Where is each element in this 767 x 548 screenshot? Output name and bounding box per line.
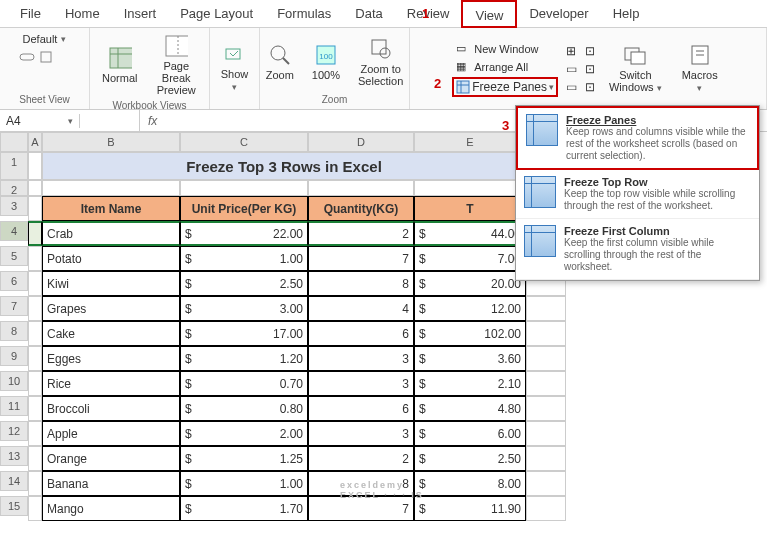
- total-cell[interactable]: $2.50: [414, 446, 526, 471]
- freeze-option-0[interactable]: Freeze PanesKeep rows and columns visibl…: [516, 106, 759, 170]
- cell-a8[interactable]: [28, 321, 42, 346]
- qty-cell[interactable]: 6: [308, 396, 414, 421]
- price-cell[interactable]: $1.00: [180, 246, 308, 271]
- blank[interactable]: [308, 180, 414, 196]
- exit-icon[interactable]: [39, 50, 55, 64]
- cell-f13[interactable]: [526, 446, 566, 471]
- row-header-8[interactable]: 8: [0, 321, 28, 341]
- cell-a3[interactable]: [28, 196, 42, 221]
- total-cell[interactable]: $2.10: [414, 371, 526, 396]
- row-header-10[interactable]: 10: [0, 371, 28, 391]
- price-cell[interactable]: $1.25: [180, 446, 308, 471]
- table-header[interactable]: Quantity(KG): [308, 196, 414, 221]
- cell-f8[interactable]: [526, 321, 566, 346]
- cell-f11[interactable]: [526, 396, 566, 421]
- item-cell[interactable]: Crab: [42, 221, 180, 246]
- total-cell[interactable]: $4.80: [414, 396, 526, 421]
- tab-view[interactable]: View: [461, 0, 517, 28]
- qty-cell[interactable]: 7: [308, 496, 414, 521]
- tab-formulas[interactable]: Formulas: [265, 0, 343, 28]
- freeze-option-2[interactable]: Freeze First ColumnKeep the first column…: [516, 219, 759, 280]
- col-header-A[interactable]: A: [28, 132, 42, 152]
- total-cell[interactable]: $8.00: [414, 471, 526, 496]
- item-cell[interactable]: Apple: [42, 421, 180, 446]
- row-header-2[interactable]: 2: [0, 180, 28, 196]
- show-button[interactable]: Show▾: [215, 40, 255, 95]
- total-cell[interactable]: $11.90: [414, 496, 526, 521]
- qty-cell[interactable]: 2: [308, 221, 414, 246]
- tab-help[interactable]: Help: [601, 0, 652, 28]
- item-cell[interactable]: Mango: [42, 496, 180, 521]
- qty-cell[interactable]: 8: [308, 271, 414, 296]
- row-header-5[interactable]: 5: [0, 246, 28, 266]
- item-cell[interactable]: Rice: [42, 371, 180, 396]
- item-cell[interactable]: Orange: [42, 446, 180, 471]
- total-cell[interactable]: $20.00: [414, 271, 526, 296]
- cell-a13[interactable]: [28, 446, 42, 471]
- reset-icon[interactable]: ⊡: [585, 62, 595, 76]
- qty-cell[interactable]: 6: [308, 321, 414, 346]
- price-cell[interactable]: $1.70: [180, 496, 308, 521]
- price-cell[interactable]: $3.00: [180, 296, 308, 321]
- qty-cell[interactable]: 3: [308, 371, 414, 396]
- item-cell[interactable]: Potato: [42, 246, 180, 271]
- cell-a11[interactable]: [28, 396, 42, 421]
- col-header-E[interactable]: E: [414, 132, 526, 152]
- cell-f15[interactable]: [526, 496, 566, 521]
- price-cell[interactable]: $2.00: [180, 421, 308, 446]
- row-header-1[interactable]: 1: [0, 152, 28, 180]
- blank[interactable]: [180, 180, 308, 196]
- price-cell[interactable]: $2.50: [180, 271, 308, 296]
- blank[interactable]: [42, 180, 180, 196]
- tab-file[interactable]: File: [8, 0, 53, 28]
- row-header-14[interactable]: 14: [0, 471, 28, 491]
- price-cell[interactable]: $1.00: [180, 471, 308, 496]
- total-cell[interactable]: $12.00: [414, 296, 526, 321]
- item-cell[interactable]: Grapes: [42, 296, 180, 321]
- zoom-selection-button[interactable]: Zoom to Selection: [352, 35, 409, 89]
- sync-icon[interactable]: ⊡: [585, 44, 595, 58]
- row-header-3[interactable]: 3: [0, 196, 28, 216]
- cell-f14[interactable]: [526, 471, 566, 496]
- arrange-all-button[interactable]: ▦Arrange All: [452, 59, 558, 75]
- default-view-button[interactable]: Default ▾: [19, 32, 71, 46]
- cell-a1[interactable]: [28, 152, 42, 180]
- qty-cell[interactable]: 8: [308, 471, 414, 496]
- cell-a4[interactable]: [28, 221, 42, 246]
- item-cell[interactable]: Cake: [42, 321, 180, 346]
- price-cell[interactable]: $0.70: [180, 371, 308, 396]
- cell-a5[interactable]: [28, 246, 42, 271]
- table-header[interactable]: Item Name: [42, 196, 180, 221]
- item-cell[interactable]: Egges: [42, 346, 180, 371]
- tab-data[interactable]: Data: [343, 0, 394, 28]
- cell-a6[interactable]: [28, 271, 42, 296]
- row-header-7[interactable]: 7: [0, 296, 28, 316]
- qty-cell[interactable]: 3: [308, 421, 414, 446]
- qty-cell[interactable]: 7: [308, 246, 414, 271]
- total-cell[interactable]: $44.00: [414, 221, 526, 246]
- item-cell[interactable]: Broccoli: [42, 396, 180, 421]
- cell-a15[interactable]: [28, 496, 42, 521]
- select-all-corner[interactable]: [0, 132, 28, 152]
- price-cell[interactable]: $0.80: [180, 396, 308, 421]
- total-cell[interactable]: $6.00: [414, 421, 526, 446]
- switch-windows-button[interactable]: Switch Windows ▾: [603, 41, 668, 96]
- hide-icon[interactable]: ▭: [566, 62, 577, 76]
- row-header-6[interactable]: 6: [0, 271, 28, 291]
- blank[interactable]: [28, 180, 42, 196]
- col-header-C[interactable]: C: [180, 132, 308, 152]
- table-header[interactable]: Unit Price(Per KG): [180, 196, 308, 221]
- name-box[interactable]: A4▾: [0, 114, 80, 128]
- cell-f10[interactable]: [526, 371, 566, 396]
- cell-a9[interactable]: [28, 346, 42, 371]
- tab-developer[interactable]: Developer: [517, 0, 600, 28]
- unhide-icon[interactable]: ▭: [566, 80, 577, 94]
- zoom-100-button[interactable]: 100 100%: [306, 41, 346, 83]
- qty-cell[interactable]: 2: [308, 446, 414, 471]
- cell-a14[interactable]: [28, 471, 42, 496]
- row-header-4[interactable]: 4: [0, 221, 28, 241]
- freeze-option-1[interactable]: Freeze Top RowKeep the top row visible w…: [516, 170, 759, 219]
- blank[interactable]: [414, 180, 526, 196]
- new-window-button[interactable]: ▭New Window: [452, 41, 558, 57]
- row-header-12[interactable]: 12: [0, 421, 28, 441]
